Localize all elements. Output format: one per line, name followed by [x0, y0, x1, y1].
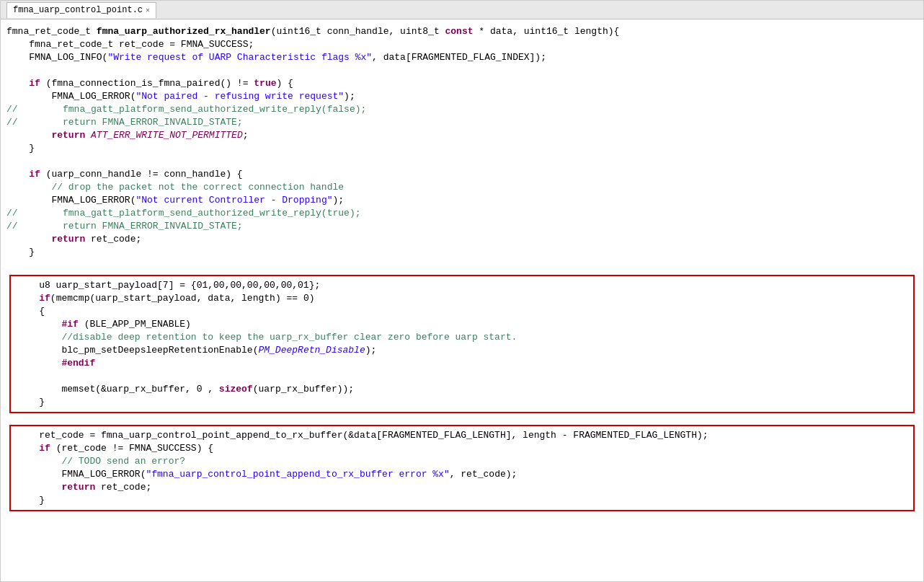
code-editor: fmna_ret_code_t fmna_uarp_authorized_rx_… — [1, 19, 923, 520]
code-line: if (ret_code != FMNA_SUCCESS) { — [17, 442, 907, 455]
code-line: // return FMNA_ERROR_INVALID_STATE; — [6, 116, 918, 129]
tab-close-icon[interactable]: ✕ — [146, 6, 150, 14]
code-line: fmna_ret_code_t ret_code = FMNA_SUCCESS; — [6, 38, 918, 51]
code-line: // fmna_gatt_platform_send_authorized_wr… — [6, 103, 918, 116]
tab-label: fmna_uarp_control_point.c — [13, 5, 143, 15]
code-line: u8 uarp_start_payload[7] = {01,00,00,00,… — [17, 279, 907, 292]
code-line: return ret_code; — [17, 481, 907, 494]
code-line — [6, 155, 918, 168]
code-line: // TODO send an error? — [17, 455, 907, 468]
separator — [6, 416, 918, 422]
code-line: ret_code = fmna_uarp_control_point_appen… — [17, 429, 907, 442]
code-line: FMNA_LOG_ERROR("fmna_uarp_control_point_… — [17, 468, 907, 481]
code-line: if (uarp_conn_handle != conn_handle) { — [6, 168, 918, 181]
title-bar: fmna_uarp_control_point.c ✕ — [1, 1, 923, 19]
code-line: FMNA_LOG_ERROR("Not paired - refusing wr… — [6, 90, 918, 103]
code-line: blc_pm_setDeepsleepRetentionEnable(PM_De… — [17, 344, 907, 357]
code-line: // drop the packet not the correct conne… — [6, 181, 918, 194]
code-line: FMNA_LOG_ERROR("Not current Controller -… — [6, 194, 918, 207]
code-line: // fmna_gatt_platform_send_authorized_wr… — [6, 207, 918, 220]
code-line: #endif — [17, 357, 907, 370]
code-line — [6, 259, 918, 272]
code-line: //disable deep retention to keep the uar… — [17, 331, 907, 344]
code-line: #if (BLE_APP_PM_ENABLE) — [17, 318, 907, 331]
code-line: } — [6, 142, 918, 155]
code-line: if (fmna_connection_is_fmna_paired() != … — [6, 77, 918, 90]
code-line: // return FMNA_ERROR_INVALID_STATE; — [6, 220, 918, 233]
code-line: { — [17, 305, 907, 318]
code-line: return ATT_ERR_WRITE_NOT_PERMITTED; — [6, 129, 918, 142]
code-content: fmna_ret_code_t fmna_uarp_authorized_rx_… — [1, 25, 923, 511]
code-line: FMNA_LOG_INFO("Write request of UARP Cha… — [6, 51, 918, 64]
code-line: return ret_code; — [6, 233, 918, 246]
highlighted-block-1: u8 uarp_start_payload[7] = {01,00,00,00,… — [9, 275, 915, 413]
editor-tab[interactable]: fmna_uarp_control_point.c ✕ — [6, 2, 156, 18]
code-line: } — [6, 246, 918, 259]
code-line: if(memcmp(uarp_start_payload, data, leng… — [17, 292, 907, 305]
editor-window: fmna_uarp_control_point.c ✕ fmna_ret_cod… — [0, 0, 924, 582]
code-line — [17, 370, 907, 383]
code-line: } — [17, 494, 907, 507]
code-line — [6, 64, 918, 77]
code-line: } — [17, 396, 907, 409]
highlighted-block-2: ret_code = fmna_uarp_control_point_appen… — [9, 425, 915, 511]
code-line: memset(&uarp_rx_buffer, 0 , sizeof(uarp_… — [17, 383, 907, 396]
code-line: fmna_ret_code_t fmna_uarp_authorized_rx_… — [6, 25, 918, 38]
